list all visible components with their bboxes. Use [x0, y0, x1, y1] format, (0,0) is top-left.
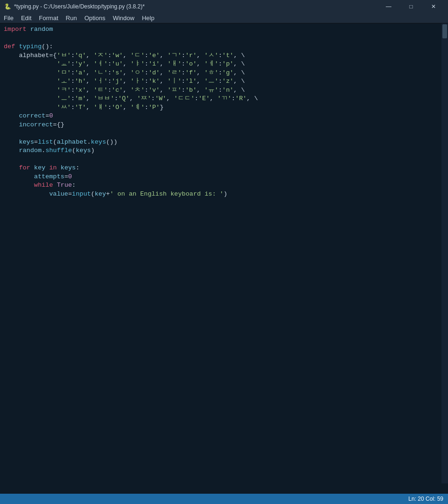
code-line: value=input(key+' on an English keyboard… [0, 190, 441, 199]
scrollbar-thumb[interactable] [442, 24, 447, 38]
menu-options[interactable]: Options [80, 13, 109, 23]
code-line [0, 129, 441, 138]
code-line: attempts=0 [0, 173, 441, 182]
app-icon: 🐍 [4, 3, 11, 10]
menu-help[interactable]: Help [138, 13, 158, 23]
code-line: correct=0 [0, 112, 441, 121]
title-bar: 🐍 *typing.py - C:/Users/Julie/Desktop/ty… [0, 0, 448, 13]
code-line: keys=list(alphabet.keys()) [0, 138, 441, 147]
code-line: incorrect={} [0, 121, 441, 130]
title-bar-left: 🐍 *typing.py - C:/Users/Julie/Desktop/ty… [4, 3, 145, 10]
code-line: 'ㅆ':'T', 'ㅒ':'O', 'ㅖ':'P'} [0, 103, 441, 112]
code-line: import random [0, 25, 441, 34]
cursor-position: Ln: 20 Col: 59 [408, 496, 443, 502]
code-line: random.shuffle(keys) [0, 146, 441, 155]
code-line: while True: [0, 181, 441, 190]
code-line: 'ㅁ':'a', 'ㄴ':'s', 'ㅇ':'d', 'ㄹ':'f', 'ㅎ':… [0, 69, 441, 78]
window-controls: — □ ✕ [378, 0, 444, 13]
menu-window[interactable]: Window [109, 13, 138, 23]
code-line: def typing(): [0, 43, 441, 51]
menu-edit[interactable]: Edit [17, 13, 35, 23]
minimize-button[interactable]: — [378, 0, 399, 13]
code-line: for key in keys: [0, 164, 441, 173]
menu-file[interactable]: File [0, 13, 17, 23]
code-line [0, 34, 441, 43]
code-editor[interactable]: import random def typing(): alphabet={'ㅂ… [0, 23, 448, 494]
code-line: 'ㅛ':'y', 'ㅕ':'u', 'ㅑ':'i', 'ㅐ':'o', 'ㅔ':… [0, 60, 441, 69]
status-bar: Ln: 20 Col: 59 [0, 494, 448, 504]
code-line [0, 155, 441, 164]
code-line: alphabet={'ㅂ':'q', 'ㅈ':'w', 'ㄷ':'e', 'ㄱ'… [0, 51, 441, 60]
code-line: 'ㅡ':'m', 'ㅂㅂ':'Q', 'ㅉ':'W', 'ㄷㄷ':'E', 'ㄲ… [0, 95, 441, 103]
menu-bar: File Edit Format Run Options Window Help [0, 13, 448, 23]
maximize-button[interactable]: □ [400, 0, 422, 13]
menu-run[interactable]: Run [62, 13, 81, 23]
close-button[interactable]: ✕ [423, 0, 444, 13]
code-line: 'ㅗ':'h', 'ㅓ':'j', 'ㅏ':'k', 'ㅣ':'l', 'ㅡ':… [0, 77, 441, 86]
menu-format[interactable]: Format [35, 13, 62, 23]
editor-area[interactable]: import random def typing(): alphabet={'ㅂ… [0, 23, 448, 494]
window-title: *typing.py - C:/Users/Julie/Desktop/typi… [14, 3, 145, 10]
scrollbar[interactable] [441, 23, 448, 483]
code-line: 'ㅋ':'x', 'ㅌ':'c', 'ㅊ':'v', 'ㅍ':'b', 'ㅠ':… [0, 86, 441, 95]
